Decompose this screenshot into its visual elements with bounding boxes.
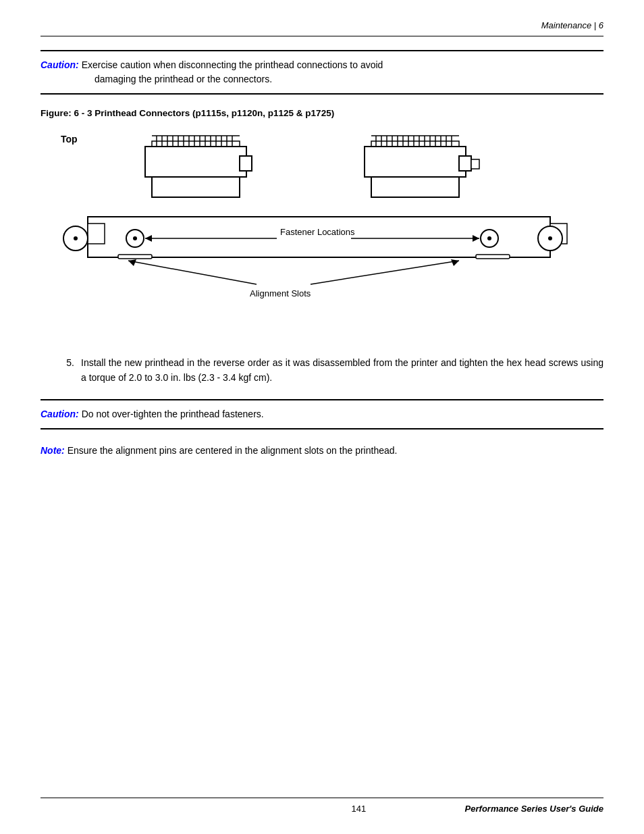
caution1-line1: Caution: Exercise caution when disconnec… xyxy=(41,58,603,72)
footer-guide-title: Performance Series User's Guide xyxy=(465,804,603,814)
svg-text:Top: Top xyxy=(61,134,78,145)
left-teeth xyxy=(152,136,240,147)
svg-rect-37 xyxy=(365,147,466,177)
step5-number: 5. xyxy=(54,355,74,386)
caution-box-2: Caution: Do not over-tighten the printhe… xyxy=(41,399,603,429)
svg-rect-35 xyxy=(145,147,246,177)
step-item-5: 5. Install the new printhead in the reve… xyxy=(54,355,603,386)
svg-point-52 xyxy=(548,236,552,240)
note-text: Ensure the alignment pins are centered i… xyxy=(65,445,398,456)
svg-point-50 xyxy=(487,236,491,240)
note-box: Note: Ensure the alignment pins are cent… xyxy=(41,443,603,458)
svg-rect-38 xyxy=(371,177,459,197)
header-text: Maintenance | 6 xyxy=(541,20,603,30)
figure-container: Figure: 6 - 3 Printhead Connectors (p111… xyxy=(41,108,603,338)
svg-rect-64 xyxy=(476,255,510,259)
figure-title: Figure: 6 - 3 Printhead Connectors (p111… xyxy=(41,108,603,118)
printhead-diagram: Top xyxy=(41,122,594,338)
svg-rect-63 xyxy=(118,255,152,259)
svg-rect-41 xyxy=(471,159,479,169)
svg-rect-36 xyxy=(152,177,240,197)
page-header: Maintenance | 6 xyxy=(41,20,603,36)
note-label: Note: xyxy=(41,445,65,456)
svg-text:Fastener Locations: Fastener Locations xyxy=(280,227,355,237)
svg-point-48 xyxy=(133,236,137,240)
caution1-text1: Exercise caution when disconnecting the … xyxy=(79,59,383,70)
svg-line-58 xyxy=(128,261,257,284)
right-teeth xyxy=(371,136,459,147)
svg-line-60 xyxy=(311,261,459,284)
svg-rect-39 xyxy=(240,156,252,171)
svg-marker-61 xyxy=(451,259,459,266)
svg-text:Alignment Slots: Alignment Slots xyxy=(250,288,311,298)
svg-rect-40 xyxy=(459,156,471,171)
svg-marker-59 xyxy=(128,259,136,266)
diagram-wrapper: Top xyxy=(41,122,603,338)
step5-text: Install the new printhead in the reverse… xyxy=(81,355,603,386)
footer-page-number: 141 xyxy=(252,804,464,814)
step-section: 5. Install the new printhead in the reve… xyxy=(41,355,603,386)
caution1-line2: damaging the printhead or the connectors… xyxy=(95,72,603,86)
page-footer: 141 Performance Series User's Guide xyxy=(41,798,603,814)
svg-rect-43 xyxy=(88,224,105,244)
page: Maintenance | 6 Caution: Exercise cautio… xyxy=(0,0,644,834)
caution2-label: Caution: xyxy=(41,409,79,419)
caution2-text: Do not over-tighten the printhead fasten… xyxy=(79,409,264,419)
caution-box-1: Caution: Exercise caution when disconnec… xyxy=(41,50,603,95)
svg-point-46 xyxy=(74,236,78,240)
caution1-label: Caution: xyxy=(41,59,79,70)
